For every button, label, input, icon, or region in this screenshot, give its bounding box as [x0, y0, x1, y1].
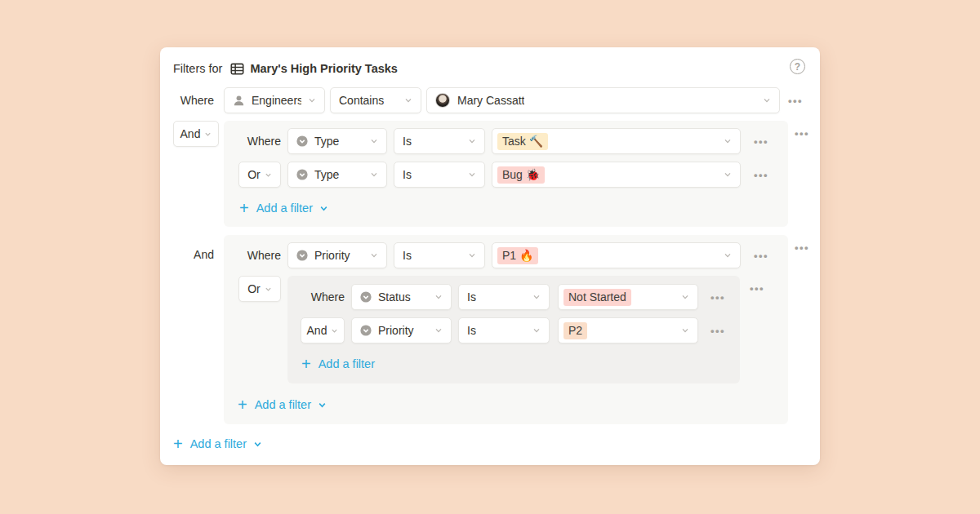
chevron-down-icon [398, 96, 412, 104]
chevron-down-icon [363, 171, 378, 179]
chevron-down-icon [318, 401, 327, 410]
operator-dropdown-is[interactable]: Is [458, 284, 550, 310]
filter-card-header: Filters for Mary's High Priority Tasks [173, 60, 398, 78]
value-dropdown-tag[interactable]: P2 [558, 317, 698, 343]
field-label: Priority [378, 324, 414, 337]
row-more-button[interactable]: ••• [752, 162, 770, 188]
group1-row-2: Or Type Is [238, 162, 777, 188]
field-dropdown-priority[interactable]: Priority [287, 242, 387, 268]
value-dropdown-person[interactable]: Mary Cassatt [426, 87, 780, 113]
plus-icon: + [173, 436, 183, 451]
field-label: Engineers [252, 94, 301, 107]
group2-more-button[interactable]: ••• [795, 241, 809, 254]
subgroup-row-1: Where Status Is [301, 284, 732, 310]
field-label: Priority [314, 249, 350, 262]
connector-where-label: Where [238, 249, 281, 262]
select-property-icon [296, 135, 308, 147]
add-filter-label: Add a filter [190, 437, 247, 450]
group2-add-filter-button[interactable]: + Add a filter [238, 397, 327, 412]
connector-or-label: Or [247, 282, 261, 295]
connector-where-label: Where [173, 94, 214, 107]
field-dropdown-type[interactable]: Type [287, 162, 387, 188]
add-filter-label: Add a filter [256, 202, 313, 215]
value-dropdown-tag[interactable]: Not Started [558, 284, 698, 310]
subgroup-add-filter-button[interactable]: + Add a filter [301, 357, 375, 371]
select-property-icon [360, 325, 372, 336]
page-background: Filters for Mary's High Priority Tasks ?… [0, 0, 980, 514]
help-icon[interactable]: ? [790, 59, 805, 74]
chevron-down-icon [717, 251, 732, 259]
chevron-down-icon [301, 96, 316, 104]
field-dropdown-engineers[interactable]: Engineers [224, 87, 325, 113]
row-more-button[interactable]: ••• [709, 317, 727, 343]
subgroup-connector-dropdown[interactable]: Or [238, 276, 281, 302]
plus-icon: + [239, 201, 249, 215]
plus-icon: + [238, 397, 247, 412]
filter-card: Filters for Mary's High Priority Tasks ?… [160, 47, 820, 465]
operator-dropdown-is[interactable]: Is [458, 317, 550, 343]
connector-dropdown-and[interactable]: And [301, 317, 345, 343]
chevron-down-icon [204, 131, 212, 138]
chevron-down-icon [363, 251, 378, 259]
add-filter-label: Add a filter [255, 398, 311, 411]
value-dropdown-tag[interactable]: P1 🔥 [492, 242, 741, 268]
field-label: Status [378, 290, 411, 304]
select-property-icon [296, 169, 308, 180]
field-dropdown-type[interactable]: Type [287, 128, 387, 154]
row-more-button[interactable]: ••• [709, 284, 727, 310]
operator-dropdown-is[interactable]: Is [394, 162, 485, 188]
field-dropdown-priority[interactable]: Priority [351, 317, 452, 343]
row-more-button[interactable]: ••• [752, 242, 770, 268]
tag-p1: P1 🔥 [497, 247, 538, 264]
connector-dropdown-or[interactable]: Or [238, 162, 281, 188]
chevron-down-icon [265, 171, 272, 179]
avatar [435, 93, 450, 108]
operator-dropdown-is[interactable]: Is [394, 242, 485, 268]
group1-row-1: Where Type Is Task � [238, 128, 777, 154]
chevron-down-icon [526, 293, 541, 301]
operator-label: Contains [339, 94, 384, 107]
chevron-down-icon [461, 171, 476, 179]
operator-label: Is [467, 290, 476, 304]
row-more-button[interactable]: ••• [752, 128, 770, 154]
field-label: Type [314, 168, 339, 181]
row-more-button[interactable]: ••• [786, 87, 804, 113]
card-add-filter-button[interactable]: + Add a filter [173, 436, 262, 451]
connector-and-label: And [180, 127, 201, 140]
subgroup-more-button[interactable]: ••• [750, 282, 764, 295]
value-dropdown-tag[interactable]: Task 🔨 [492, 128, 741, 154]
tag-task: Task 🔨 [497, 133, 548, 150]
operator-dropdown-is[interactable]: Is [394, 128, 485, 154]
chevron-down-icon [319, 204, 328, 213]
value-dropdown-tag[interactable]: Bug 🐞 [492, 162, 741, 188]
operator-label: Is [403, 249, 412, 262]
field-dropdown-status[interactable]: Status [351, 284, 452, 310]
operator-label: Is [403, 135, 412, 148]
chevron-down-icon [717, 171, 732, 179]
group2-connector-label: And [173, 248, 214, 261]
table-database-icon [230, 62, 244, 76]
group1-connector-dropdown[interactable]: And [173, 121, 219, 147]
group1-add-filter-button[interactable]: + Add a filter [239, 201, 328, 215]
group1-more-button[interactable]: ••• [795, 127, 809, 140]
select-property-icon [296, 250, 308, 261]
chevron-down-icon [363, 137, 378, 145]
field-label: Type [314, 135, 339, 148]
operator-dropdown-contains[interactable]: Contains [330, 87, 421, 113]
connector-where-label: Where [238, 135, 281, 148]
chevron-down-icon [428, 293, 443, 301]
chevron-down-icon [253, 440, 262, 449]
chevron-down-icon [717, 137, 732, 145]
add-filter-label: Add a filter [318, 357, 375, 370]
tag-bug: Bug 🐞 [497, 166, 545, 184]
chevron-down-icon [675, 326, 689, 335]
operator-label: Is [403, 168, 412, 181]
connector-where-label: Where [301, 290, 345, 304]
connector-or-label: Or [247, 168, 261, 181]
tag-p2: P2 [564, 322, 587, 339]
chevron-down-icon [461, 251, 476, 259]
filter-group-2: Where Priority Is P1 [224, 235, 788, 424]
select-property-icon [360, 291, 372, 303]
chevron-down-icon [428, 326, 443, 335]
database-title: Mary's High Priority Tasks [250, 62, 397, 75]
